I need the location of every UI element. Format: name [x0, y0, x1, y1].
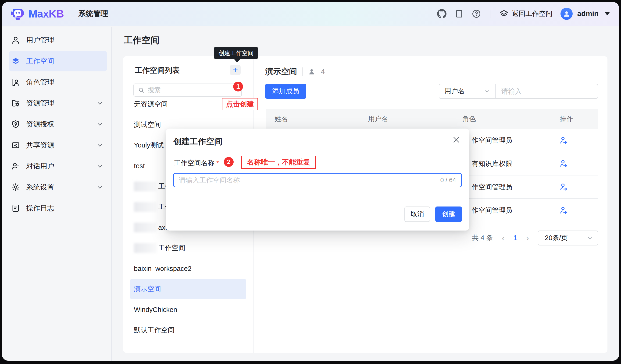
sidebar-item-label: 系统设置 — [26, 182, 54, 192]
member-count-icon — [308, 68, 316, 76]
sidebar-item-chat-users[interactable]: 对话用户 — [9, 156, 107, 176]
user-icon — [11, 36, 20, 45]
workspace-list-item[interactable]: 工作空间 — [130, 238, 246, 258]
sidebar-item-user-management[interactable]: 用户管理 — [9, 30, 107, 50]
layers-icon — [11, 57, 20, 65]
create-workspace-modal: 创建工作空间 工作空间名称 * 2 名称唯一，不能重复 0 / 64 取消 创建 — [166, 128, 469, 231]
chat-user-icon — [11, 162, 20, 171]
workspace-name-field: 0 / 64 — [173, 173, 462, 187]
redacted-text — [134, 182, 157, 191]
redacted-text — [134, 222, 157, 232]
avatar[interactable] — [560, 8, 573, 20]
sidebar-item-system-settings[interactable]: 系统设置 — [9, 177, 107, 197]
topbar-divider — [71, 9, 71, 18]
redacted-text — [134, 243, 157, 253]
create-workspace-tooltip: 创建工作空间 — [214, 47, 258, 59]
username[interactable]: admin — [577, 10, 599, 18]
annotation-connector — [234, 162, 241, 162]
sidebar-item-label: 资源授权 — [26, 119, 54, 129]
page-size-select[interactable]: 20条/页 — [538, 231, 598, 245]
column-header-name: 姓名 — [275, 109, 288, 129]
next-page-icon[interactable]: › — [525, 234, 530, 243]
member-filter-input[interactable] — [496, 88, 598, 95]
topbar-divider-2 — [490, 10, 490, 18]
workspace-list-item-selected[interactable]: 演示空间 — [130, 279, 246, 299]
back-to-workspace-label: 返回工作空间 — [512, 9, 552, 18]
chevron-down-icon — [587, 235, 593, 241]
create-workspace-button[interactable]: + — [230, 65, 241, 75]
sidebar-item-resource-authorization[interactable]: 资源授权 — [9, 114, 107, 134]
gear-icon — [11, 183, 20, 191]
annotation-step-1-badge: 1 — [233, 82, 243, 92]
selected-workspace-title: 演示空间 — [265, 66, 297, 77]
help-icon[interactable] — [472, 9, 481, 18]
member-role: 作空间管理员 — [472, 175, 512, 198]
add-member-button[interactable]: 添加成员 — [265, 84, 306, 99]
remove-member-icon[interactable] — [559, 206, 568, 215]
topbar: MaxKB 系统管理 — [2, 2, 619, 26]
tooltip-arrow — [234, 59, 241, 63]
cancel-button[interactable]: 取消 — [404, 206, 430, 222]
role-icon — [11, 78, 20, 87]
plus-icon: + — [233, 65, 238, 74]
workspace-name-label: 工作空间名称 — [174, 158, 214, 168]
chevron-down-icon — [484, 88, 490, 94]
filter-field-select[interactable]: 用户名 — [439, 84, 495, 98]
char-counter: 0 / 64 — [440, 177, 456, 184]
sidebar-item-label: 共享资源 — [26, 141, 54, 150]
sidebar-item-label: 资源管理 — [26, 98, 54, 108]
required-mark: * — [216, 159, 219, 167]
pagination: 共 4 条 ‹ 1 › 20条/页 — [472, 231, 598, 245]
column-header-role: 角色 — [462, 109, 476, 129]
sidebar-item-label: 用户管理 — [26, 35, 54, 45]
members-toolbar: 添加成员 用户名 — [265, 84, 598, 99]
member-filter: 用户名 — [439, 84, 598, 99]
redacted-text — [134, 202, 157, 212]
member-role: 作空间管理员 — [472, 199, 512, 222]
chevron-down-icon — [96, 184, 103, 191]
sidebar-item-resource-management[interactable]: 资源管理 — [9, 93, 107, 113]
chevron-down-icon — [96, 163, 103, 170]
brand-logo: MaxKB — [10, 7, 64, 21]
brand-name: MaxKB — [29, 7, 64, 20]
sidebar-item-label: 对话用户 — [26, 161, 54, 171]
user-menu-caret-icon[interactable] — [605, 12, 610, 16]
app-window: MaxKB 系统管理 — [2, 2, 619, 361]
confirm-create-button[interactable]: 创建 — [435, 206, 462, 222]
header-divider — [302, 67, 303, 76]
sidebar-item-label: 操作日志 — [26, 204, 54, 213]
sidebar-item-label: 角色管理 — [26, 78, 54, 87]
annotation-step-1-label: 点击创建 — [222, 98, 258, 110]
prev-page-icon[interactable]: ‹ — [501, 234, 505, 243]
sidebar-item-operation-logs[interactable]: 操作日志 — [9, 198, 107, 218]
member-role: 有知识库权限 — [472, 152, 512, 175]
modal-title: 创建工作空间 — [173, 136, 223, 147]
search-icon — [138, 87, 144, 94]
github-icon[interactable] — [437, 9, 447, 18]
page-number[interactable]: 1 — [513, 234, 517, 242]
workspace-list-item[interactable]: baixin_workspace2 — [130, 258, 246, 279]
back-to-workspace-button[interactable]: 返回工作空间 — [499, 9, 552, 18]
sidebar-item-label: 工作空间 — [26, 56, 54, 66]
remove-member-icon[interactable] — [559, 136, 568, 145]
member-role: 作空间管理员 — [472, 129, 512, 152]
workspace-list-title: 工作空间列表 — [135, 65, 180, 76]
chevron-down-icon — [96, 121, 103, 128]
remove-member-icon[interactable] — [559, 182, 568, 191]
close-icon[interactable] — [452, 135, 461, 144]
workspace-list-item[interactable]: WindyChicken — [130, 299, 246, 320]
workspace-name-input[interactable] — [179, 176, 437, 184]
sidebar-item-shared-resources[interactable]: 共享资源 — [9, 135, 107, 155]
folder-share-icon — [11, 141, 20, 150]
member-count: 4 — [321, 67, 325, 76]
sidebar-item-role-management[interactable]: 角色管理 — [9, 72, 107, 92]
page-title: 工作空间 — [124, 34, 159, 46]
remove-member-icon[interactable] — [559, 159, 568, 168]
chevron-down-icon — [96, 100, 103, 107]
workspace-search-input[interactable] — [148, 86, 237, 94]
chevron-down-icon — [96, 142, 103, 149]
sidebar-item-workspace[interactable]: 工作空间 — [9, 51, 107, 71]
folder-gear-icon — [11, 99, 20, 108]
docs-icon[interactable] — [454, 9, 464, 18]
workspace-list-item[interactable]: 默认工作空间 — [130, 320, 246, 340]
